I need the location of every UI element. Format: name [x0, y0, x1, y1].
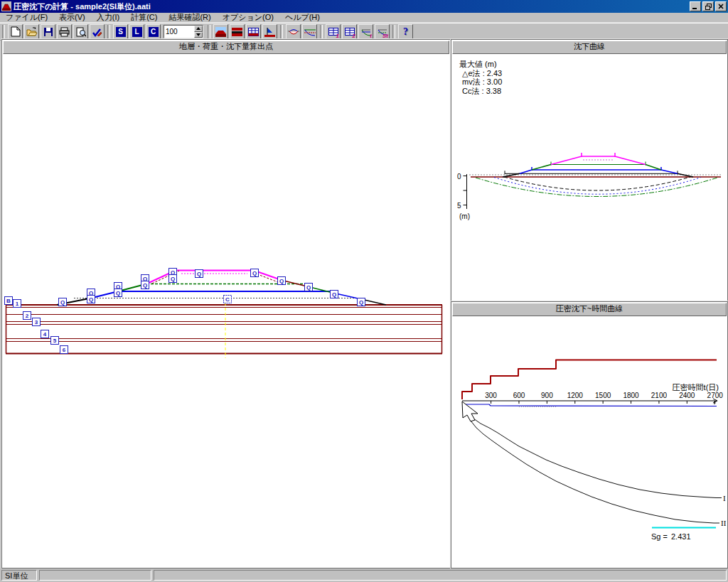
down-arrow-icon: [196, 33, 200, 36]
unit-l-button[interactable]: L: [129, 24, 144, 39]
print-button[interactable]: [57, 24, 72, 39]
minimize-button[interactable]: [690, 1, 701, 11]
panel-time-curve-header[interactable]: 圧密沈下~時間曲線: [452, 303, 727, 316]
zoom-input[interactable]: [164, 26, 194, 38]
help-button[interactable]: ?: [398, 24, 413, 39]
zoom-spinner: [164, 25, 203, 38]
svg-text:圧密時間t(日): 圧密時間t(日): [673, 383, 719, 392]
toolbar-separator: [208, 25, 210, 39]
svg-text:Q: Q: [60, 299, 65, 306]
open-file-button[interactable]: [24, 24, 39, 39]
help-icon: ?: [403, 26, 408, 38]
status-bar: SI単位: [0, 568, 728, 582]
restore-button[interactable]: [702, 1, 714, 11]
svg-text:6: 6: [63, 347, 66, 353]
settlement-curve-button[interactable]: [286, 24, 301, 39]
svg-text:600: 600: [513, 392, 525, 399]
calc-check-icon: [92, 27, 102, 37]
zoom-up-button[interactable]: [194, 26, 203, 32]
time-curve-drawing: 300600900120015001800210024002700圧密時間t(日…: [452, 316, 727, 567]
settlement-curve-icon: [288, 27, 299, 37]
svg-text:B: B: [6, 298, 11, 304]
svg-text:Q: Q: [359, 299, 363, 306]
new-file-icon: [11, 26, 21, 37]
app-icon: [1, 1, 11, 11]
svg-text:300: 300: [485, 392, 497, 399]
svg-text:Q: Q: [171, 276, 175, 282]
application-window: 圧密沈下の計算 - sample2(SI単位).aati ファイル(F) 表示(…: [0, 0, 728, 582]
restore-icon: [705, 4, 712, 10]
svg-text:900: 900: [541, 392, 553, 399]
calc-point-button[interactable]: [262, 24, 277, 39]
time-curve-icon: [304, 27, 316, 37]
settlement-curve-drawing: 最大値 (m) △e法 : 2.43 mv法 : 3.00 Cc法 : 3.38…: [452, 54, 727, 300]
table1-subscript: 1: [336, 33, 339, 39]
menu-options[interactable]: オプション(O): [217, 13, 279, 22]
unit-l-label: L: [132, 27, 142, 37]
menu-file[interactable]: ファイル(F): [0, 13, 53, 22]
strata-input-button[interactable]: [230, 24, 245, 39]
title-bar[interactable]: 圧密沈下の計算 - sample2(SI単位).aati: [0, 0, 728, 13]
load-input-button[interactable]: [213, 24, 228, 39]
settlement-curve-svg: 05(m): [452, 54, 727, 300]
graph-t-subscript: t: [370, 33, 372, 39]
svg-text:1: 1: [16, 301, 19, 307]
svg-text:Q: Q: [252, 270, 257, 276]
open-file-icon: [26, 27, 38, 37]
result-graph-t-button[interactable]: t: [358, 24, 373, 39]
menu-calc[interactable]: 計算(C): [125, 13, 163, 22]
embankment-icon: [215, 27, 226, 37]
graph-st-subscript: St: [382, 33, 388, 39]
svg-text:2100: 2100: [651, 392, 668, 399]
unit-s-button[interactable]: S: [113, 24, 128, 39]
toolbar: S L C: [0, 23, 728, 41]
svg-text:Q: Q: [89, 296, 93, 303]
zoom-down-button[interactable]: [194, 32, 203, 38]
save-icon: [43, 27, 53, 37]
result-table2-button[interactable]: 2: [342, 24, 357, 39]
svg-text:Q: Q: [279, 278, 284, 284]
svg-text:0: 0: [457, 173, 461, 180]
unit-c-label: C: [149, 27, 159, 37]
time-curve-svg: 300600900120015001800210024002700圧密時間t(日…: [452, 316, 727, 567]
svg-text:2.431: 2.431: [671, 532, 691, 541]
menu-view[interactable]: 表示(V): [53, 13, 91, 22]
calc-check-button[interactable]: [90, 24, 105, 39]
unit-s-label: S: [116, 27, 126, 37]
panel-settlement-curve-header[interactable]: 沈下曲線: [452, 41, 727, 54]
condition-input-button[interactable]: [246, 24, 261, 39]
unit-c-button[interactable]: C: [146, 24, 161, 39]
save-button[interactable]: [41, 24, 55, 39]
result-table1-button[interactable]: 1: [326, 24, 341, 39]
time-curve-button[interactable]: [302, 24, 317, 39]
toolbar-separator: [107, 25, 110, 39]
menu-results[interactable]: 結果確認(R): [163, 13, 216, 22]
panel-time-curve: 圧密沈下~時間曲線 300600900120015001800210024002…: [451, 301, 728, 568]
menu-input[interactable]: 入力(I): [91, 13, 125, 22]
strata-load-svg: QQQQQQQQQQQQQQQB123456C: [3, 54, 449, 567]
close-icon: [718, 4, 724, 9]
svg-text:Sg =: Sg =: [651, 532, 668, 541]
toolbar-separator: [280, 25, 283, 39]
toolbar-handle: [2, 25, 5, 39]
result-graph-st-button[interactable]: St: [375, 24, 390, 39]
menu-help[interactable]: ヘルプ(H): [279, 13, 326, 22]
svg-text:I: I: [723, 494, 726, 502]
svg-text:Q: Q: [116, 290, 120, 296]
svg-text:1800: 1800: [623, 392, 639, 399]
minimize-icon: [692, 4, 698, 9]
panel-strata-load-header[interactable]: 地層・荷重・沈下量算出点: [3, 41, 449, 54]
new-file-button[interactable]: [8, 24, 23, 39]
grid-table-icon: [248, 27, 259, 37]
table2-subscript: 2: [353, 33, 355, 39]
close-button[interactable]: [715, 1, 727, 11]
up-arrow-icon: [196, 27, 200, 30]
print-preview-icon: [76, 27, 86, 37]
svg-text:Q: Q: [332, 291, 336, 298]
svg-text:1500: 1500: [595, 392, 611, 399]
flag-point-icon: [264, 27, 275, 37]
print-icon: [59, 27, 70, 37]
svg-text:II: II: [721, 519, 727, 527]
print-preview-button[interactable]: [73, 24, 88, 39]
svg-text:1200: 1200: [567, 392, 584, 399]
